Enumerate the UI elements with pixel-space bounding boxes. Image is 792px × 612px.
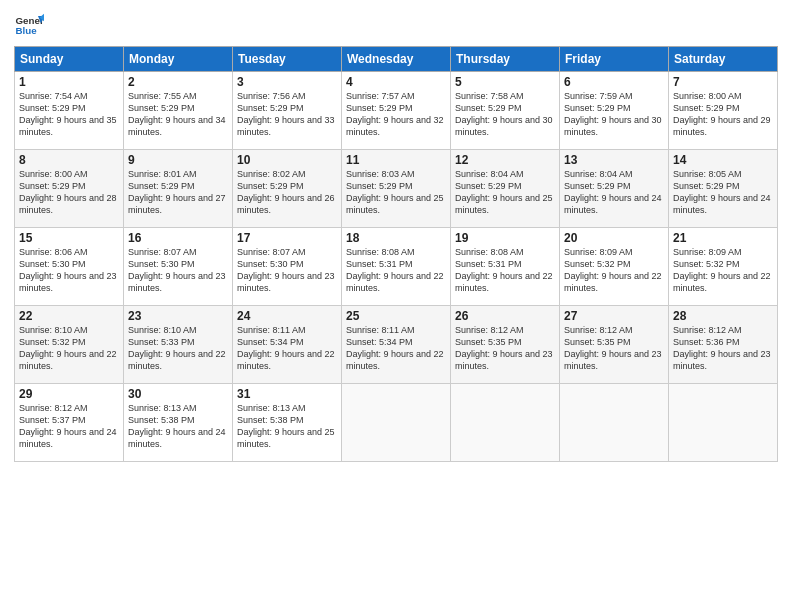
day-info: Sunrise: 8:12 AMSunset: 5:35 PMDaylight:…: [564, 324, 664, 373]
day-info: Sunrise: 8:04 AMSunset: 5:29 PMDaylight:…: [564, 168, 664, 217]
header: General Blue: [14, 10, 778, 40]
day-info: Sunrise: 8:12 AMSunset: 5:35 PMDaylight:…: [455, 324, 555, 373]
weekday-header-sunday: Sunday: [15, 47, 124, 72]
logo-icon: General Blue: [14, 10, 44, 40]
day-number: 23: [128, 309, 228, 323]
day-number: 28: [673, 309, 773, 323]
day-info: Sunrise: 8:12 AMSunset: 5:37 PMDaylight:…: [19, 402, 119, 451]
calendar-cell: 24Sunrise: 8:11 AMSunset: 5:34 PMDayligh…: [233, 306, 342, 384]
day-info: Sunrise: 8:00 AMSunset: 5:29 PMDaylight:…: [673, 90, 773, 139]
week-row-2: 8Sunrise: 8:00 AMSunset: 5:29 PMDaylight…: [15, 150, 778, 228]
day-info: Sunrise: 7:58 AMSunset: 5:29 PMDaylight:…: [455, 90, 555, 139]
weekday-header-tuesday: Tuesday: [233, 47, 342, 72]
calendar-cell: 29Sunrise: 8:12 AMSunset: 5:37 PMDayligh…: [15, 384, 124, 462]
page-container: General Blue SundayMondayTuesdayWednesda…: [0, 0, 792, 470]
day-number: 17: [237, 231, 337, 245]
calendar-cell: [669, 384, 778, 462]
calendar-cell: [342, 384, 451, 462]
day-info: Sunrise: 7:57 AMSunset: 5:29 PMDaylight:…: [346, 90, 446, 139]
day-info: Sunrise: 8:13 AMSunset: 5:38 PMDaylight:…: [237, 402, 337, 451]
calendar-cell: 19Sunrise: 8:08 AMSunset: 5:31 PMDayligh…: [451, 228, 560, 306]
day-info: Sunrise: 8:09 AMSunset: 5:32 PMDaylight:…: [673, 246, 773, 295]
weekday-header-thursday: Thursday: [451, 47, 560, 72]
day-number: 19: [455, 231, 555, 245]
day-number: 2: [128, 75, 228, 89]
day-number: 9: [128, 153, 228, 167]
day-number: 18: [346, 231, 446, 245]
weekday-header-monday: Monday: [124, 47, 233, 72]
day-number: 26: [455, 309, 555, 323]
calendar-cell: 4Sunrise: 7:57 AMSunset: 5:29 PMDaylight…: [342, 72, 451, 150]
weekday-header-saturday: Saturday: [669, 47, 778, 72]
day-info: Sunrise: 8:01 AMSunset: 5:29 PMDaylight:…: [128, 168, 228, 217]
calendar-cell: 26Sunrise: 8:12 AMSunset: 5:35 PMDayligh…: [451, 306, 560, 384]
calendar-cell: 25Sunrise: 8:11 AMSunset: 5:34 PMDayligh…: [342, 306, 451, 384]
calendar-cell: 6Sunrise: 7:59 AMSunset: 5:29 PMDaylight…: [560, 72, 669, 150]
calendar-cell: 22Sunrise: 8:10 AMSunset: 5:32 PMDayligh…: [15, 306, 124, 384]
day-number: 1: [19, 75, 119, 89]
day-number: 11: [346, 153, 446, 167]
day-info: Sunrise: 7:55 AMSunset: 5:29 PMDaylight:…: [128, 90, 228, 139]
calendar-cell: 9Sunrise: 8:01 AMSunset: 5:29 PMDaylight…: [124, 150, 233, 228]
day-number: 25: [346, 309, 446, 323]
day-info: Sunrise: 8:10 AMSunset: 5:33 PMDaylight:…: [128, 324, 228, 373]
week-row-5: 29Sunrise: 8:12 AMSunset: 5:37 PMDayligh…: [15, 384, 778, 462]
day-number: 8: [19, 153, 119, 167]
weekday-header-row: SundayMondayTuesdayWednesdayThursdayFrid…: [15, 47, 778, 72]
day-info: Sunrise: 8:08 AMSunset: 5:31 PMDaylight:…: [455, 246, 555, 295]
day-info: Sunrise: 8:00 AMSunset: 5:29 PMDaylight:…: [19, 168, 119, 217]
day-number: 13: [564, 153, 664, 167]
day-info: Sunrise: 8:13 AMSunset: 5:38 PMDaylight:…: [128, 402, 228, 451]
calendar-cell: 2Sunrise: 7:55 AMSunset: 5:29 PMDaylight…: [124, 72, 233, 150]
day-info: Sunrise: 8:05 AMSunset: 5:29 PMDaylight:…: [673, 168, 773, 217]
weekday-header-wednesday: Wednesday: [342, 47, 451, 72]
calendar-cell: [451, 384, 560, 462]
calendar-cell: 15Sunrise: 8:06 AMSunset: 5:30 PMDayligh…: [15, 228, 124, 306]
calendar-cell: 5Sunrise: 7:58 AMSunset: 5:29 PMDaylight…: [451, 72, 560, 150]
day-number: 29: [19, 387, 119, 401]
day-number: 15: [19, 231, 119, 245]
weekday-header-friday: Friday: [560, 47, 669, 72]
day-number: 7: [673, 75, 773, 89]
week-row-1: 1Sunrise: 7:54 AMSunset: 5:29 PMDaylight…: [15, 72, 778, 150]
calendar-cell: 16Sunrise: 8:07 AMSunset: 5:30 PMDayligh…: [124, 228, 233, 306]
day-info: Sunrise: 8:10 AMSunset: 5:32 PMDaylight:…: [19, 324, 119, 373]
day-number: 27: [564, 309, 664, 323]
calendar-cell: 13Sunrise: 8:04 AMSunset: 5:29 PMDayligh…: [560, 150, 669, 228]
day-number: 22: [19, 309, 119, 323]
day-number: 31: [237, 387, 337, 401]
calendar-cell: 21Sunrise: 8:09 AMSunset: 5:32 PMDayligh…: [669, 228, 778, 306]
day-info: Sunrise: 8:07 AMSunset: 5:30 PMDaylight:…: [128, 246, 228, 295]
calendar-cell: 27Sunrise: 8:12 AMSunset: 5:35 PMDayligh…: [560, 306, 669, 384]
calendar-cell: 28Sunrise: 8:12 AMSunset: 5:36 PMDayligh…: [669, 306, 778, 384]
calendar-cell: [560, 384, 669, 462]
day-number: 14: [673, 153, 773, 167]
week-row-3: 15Sunrise: 8:06 AMSunset: 5:30 PMDayligh…: [15, 228, 778, 306]
day-info: Sunrise: 8:07 AMSunset: 5:30 PMDaylight:…: [237, 246, 337, 295]
calendar-cell: 30Sunrise: 8:13 AMSunset: 5:38 PMDayligh…: [124, 384, 233, 462]
calendar-cell: 8Sunrise: 8:00 AMSunset: 5:29 PMDaylight…: [15, 150, 124, 228]
calendar-cell: 31Sunrise: 8:13 AMSunset: 5:38 PMDayligh…: [233, 384, 342, 462]
day-info: Sunrise: 8:11 AMSunset: 5:34 PMDaylight:…: [346, 324, 446, 373]
calendar-cell: 1Sunrise: 7:54 AMSunset: 5:29 PMDaylight…: [15, 72, 124, 150]
day-info: Sunrise: 8:04 AMSunset: 5:29 PMDaylight:…: [455, 168, 555, 217]
calendar-cell: 11Sunrise: 8:03 AMSunset: 5:29 PMDayligh…: [342, 150, 451, 228]
day-number: 16: [128, 231, 228, 245]
calendar-cell: 12Sunrise: 8:04 AMSunset: 5:29 PMDayligh…: [451, 150, 560, 228]
day-number: 21: [673, 231, 773, 245]
day-info: Sunrise: 8:02 AMSunset: 5:29 PMDaylight:…: [237, 168, 337, 217]
week-row-4: 22Sunrise: 8:10 AMSunset: 5:32 PMDayligh…: [15, 306, 778, 384]
day-info: Sunrise: 8:03 AMSunset: 5:29 PMDaylight:…: [346, 168, 446, 217]
calendar-cell: 18Sunrise: 8:08 AMSunset: 5:31 PMDayligh…: [342, 228, 451, 306]
calendar-cell: 17Sunrise: 8:07 AMSunset: 5:30 PMDayligh…: [233, 228, 342, 306]
day-number: 24: [237, 309, 337, 323]
calendar-cell: 23Sunrise: 8:10 AMSunset: 5:33 PMDayligh…: [124, 306, 233, 384]
calendar-cell: 3Sunrise: 7:56 AMSunset: 5:29 PMDaylight…: [233, 72, 342, 150]
day-number: 3: [237, 75, 337, 89]
day-info: Sunrise: 8:06 AMSunset: 5:30 PMDaylight:…: [19, 246, 119, 295]
day-info: Sunrise: 8:09 AMSunset: 5:32 PMDaylight:…: [564, 246, 664, 295]
calendar-table: SundayMondayTuesdayWednesdayThursdayFrid…: [14, 46, 778, 462]
day-number: 5: [455, 75, 555, 89]
logo: General Blue: [14, 10, 44, 40]
day-info: Sunrise: 8:11 AMSunset: 5:34 PMDaylight:…: [237, 324, 337, 373]
